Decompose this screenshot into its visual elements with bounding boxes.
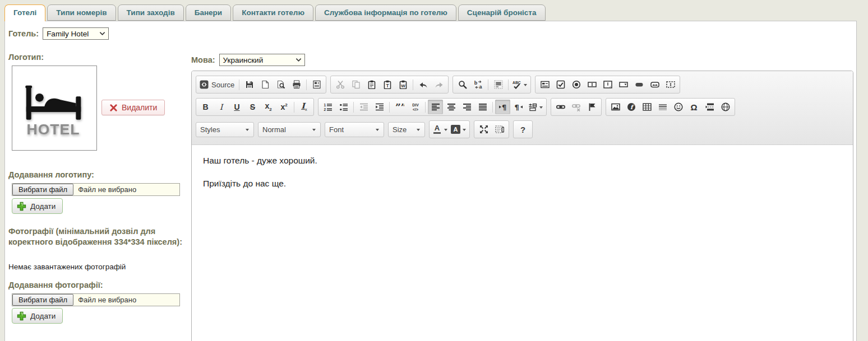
- font-combo[interactable]: Font: [325, 122, 384, 137]
- logo-section-title: Логотип:: [8, 52, 44, 63]
- imagebutton-button[interactable]: [647, 77, 662, 92]
- editor-paragraph: Приїздіть до нас ще.: [203, 179, 842, 189]
- svg-text:b: b: [474, 80, 477, 86]
- radio-button[interactable]: [569, 77, 584, 92]
- tab-3[interactable]: Типи заходів: [118, 4, 184, 21]
- print-icon: [292, 80, 301, 90]
- flash-button[interactable]: f: [624, 100, 639, 114]
- plus-icon: [17, 311, 26, 321]
- tab-2[interactable]: Типи номерів: [47, 4, 116, 21]
- preview-button[interactable]: [273, 77, 288, 92]
- pastetext-button[interactable]: T: [380, 77, 395, 92]
- indent-icon: [375, 102, 384, 112]
- rtl-icon: ¶: [514, 102, 523, 112]
- textcolor-button[interactable]: A: [431, 122, 449, 137]
- hr-button[interactable]: [655, 100, 670, 114]
- format-combo[interactable]: Normal: [258, 122, 321, 137]
- specialchar-button[interactable]: Ω: [686, 100, 701, 114]
- italic-button[interactable]: I: [214, 100, 229, 114]
- div-button[interactable]: DIV</>: [408, 100, 423, 114]
- justify-button[interactable]: [475, 100, 490, 114]
- showblocks-button[interactable]: [492, 122, 507, 137]
- alignleft-button[interactable]: [428, 100, 443, 114]
- selectall-button[interactable]: [491, 77, 506, 92]
- alignright-button[interactable]: [459, 100, 474, 114]
- styles-combo-label: Styles: [200, 125, 220, 134]
- bold-button[interactable]: B: [198, 100, 213, 114]
- copy-icon: [351, 80, 361, 90]
- add-photo-button[interactable]: Додати: [12, 308, 63, 324]
- tab-1[interactable]: Готелі: [4, 4, 45, 21]
- size-combo[interactable]: Size: [388, 122, 425, 137]
- svg-text:W: W: [401, 83, 405, 88]
- table-button[interactable]: [639, 100, 654, 114]
- hotel-select[interactable]: Family Hotel: [43, 27, 109, 40]
- indent-button[interactable]: [372, 100, 387, 114]
- maximize-button[interactable]: [476, 122, 491, 137]
- save-button[interactable]: [242, 77, 257, 92]
- chevron-down-icon: [444, 129, 447, 133]
- editor-content[interactable]: Наш готель - дуже хороший.Приїздіть до н…: [192, 145, 853, 341]
- replace-button[interactable]: ba: [470, 77, 486, 92]
- photo-choose-file-button[interactable]: Вибрати файл: [12, 294, 73, 306]
- bgcolor-icon: A: [451, 125, 460, 134]
- underline-button[interactable]: U: [229, 100, 244, 114]
- undo-button[interactable]: [415, 77, 431, 92]
- add-logo-button[interactable]: Додати: [12, 198, 63, 214]
- templates-button[interactable]: [309, 77, 324, 92]
- styles-combo[interactable]: Styles: [196, 122, 254, 137]
- hotel-selector-row: Готель: Family Hotel: [8, 27, 109, 40]
- pasteword-button[interactable]: W: [395, 77, 410, 92]
- anchor-button[interactable]: [584, 100, 599, 114]
- delete-logo-button[interactable]: Видалити: [101, 100, 165, 115]
- language-select[interactable]: Украинский: [219, 54, 305, 66]
- source-button[interactable]: Source: [198, 77, 237, 92]
- editor-paragraph: Наш готель - дуже хороший.: [203, 156, 842, 166]
- numberedlist-button[interactable]: 12: [320, 100, 335, 114]
- checkbox-button[interactable]: [553, 77, 568, 92]
- image-button[interactable]: [608, 100, 623, 114]
- iframe-button[interactable]: [718, 100, 733, 114]
- tab-4[interactable]: Банери: [186, 4, 231, 21]
- language-icon: [528, 102, 537, 112]
- about-button[interactable]: ?: [515, 122, 530, 137]
- spellcheck-button[interactable]: ABC: [511, 77, 529, 92]
- aligncenter-button[interactable]: [444, 100, 459, 114]
- alignleft-icon: [431, 102, 440, 112]
- tab-7[interactable]: Сценарій броніста: [458, 4, 546, 21]
- link-button[interactable]: [553, 100, 568, 114]
- delete-logo-label: Видалити: [122, 103, 157, 112]
- selectfield-button[interactable]: [616, 77, 631, 92]
- textarea-button[interactable]: [600, 77, 615, 92]
- smiley-button[interactable]: [671, 100, 686, 114]
- form-button[interactable]: [537, 77, 552, 92]
- strike-button[interactable]: S: [245, 100, 260, 114]
- chevron-down-icon: [539, 106, 543, 110]
- pagebreak-button[interactable]: [702, 100, 717, 114]
- find-button[interactable]: [455, 77, 470, 92]
- svg-text:a: a: [479, 84, 482, 89]
- rtl-button[interactable]: ¶: [511, 100, 526, 114]
- language-button[interactable]: [527, 100, 544, 114]
- templates-icon: [312, 80, 321, 90]
- ltr-button[interactable]: ¶: [495, 100, 510, 114]
- removeformat-button[interactable]: Ix: [297, 100, 312, 114]
- paste-button[interactable]: [364, 77, 379, 92]
- blockquote-button[interactable]: ””: [392, 100, 407, 114]
- logo-choose-file-button[interactable]: Вибрати файл: [12, 184, 73, 195]
- bulletlist-button[interactable]: [336, 100, 351, 114]
- newpage-button[interactable]: [257, 77, 273, 92]
- redo-icon: [434, 80, 444, 90]
- hotel-logo-image: HOTEL: [12, 66, 97, 151]
- bgcolor-button[interactable]: A: [450, 122, 468, 137]
- tab-6[interactable]: Службова інформація по готелю: [315, 4, 456, 21]
- textfield-button[interactable]: [584, 77, 599, 92]
- tab-5[interactable]: Контакти готелю: [233, 4, 313, 21]
- superscript-button[interactable]: x2: [276, 100, 292, 114]
- hiddenfield-button[interactable]: [663, 77, 678, 92]
- flash-icon: f: [626, 102, 636, 112]
- print-button[interactable]: [289, 77, 304, 92]
- buttonfield-button[interactable]: [631, 77, 647, 92]
- subscript-button[interactable]: x2: [261, 100, 276, 114]
- superscript-icon: x2: [279, 102, 289, 112]
